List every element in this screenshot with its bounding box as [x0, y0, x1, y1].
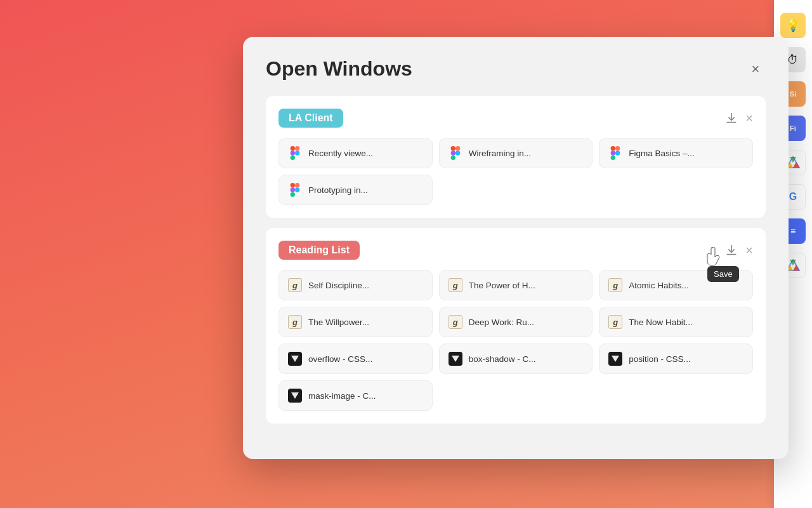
tab-title-willpower: The Willpower...	[308, 318, 423, 327]
csstricks-favicon	[608, 352, 622, 366]
css-tabs-row2: mask-image - C...	[278, 380, 753, 411]
reading-list-group: Reading List × Save	[266, 228, 766, 424]
svg-rect-16	[450, 156, 455, 160]
csstricks-favicon	[288, 352, 302, 366]
tab-willpower[interactable]: g The Willpower...	[278, 307, 433, 337]
tab-title-self-discipline: Self Discipline...	[308, 281, 423, 290]
tab-prototyping[interactable]: Prototyping in...	[278, 175, 433, 205]
goodreads-favicon: g	[449, 315, 462, 329]
tab-overflow[interactable]: overflow - CSS...	[278, 344, 433, 374]
tab-title-deep-work: Deep Work: Ru...	[469, 318, 584, 327]
tab-title-prototyping: Prototyping in...	[308, 185, 423, 195]
tab-recently-viewed[interactable]: Recently viewe...	[278, 138, 433, 168]
la-client-label: LA Client	[278, 109, 343, 128]
svg-rect-13	[450, 146, 455, 150]
tab-title-box-shadow: box-shadow - C...	[469, 354, 584, 364]
tab-title-now-habit: The Now Habit...	[629, 318, 743, 327]
svg-point-22	[615, 150, 620, 155]
la-client-header: LA Client ×	[278, 109, 753, 128]
svg-point-12	[295, 150, 299, 155]
tab-title-recently-viewed: Recently viewe...	[308, 149, 423, 158]
svg-rect-25	[291, 187, 295, 192]
goodreads-favicon: g	[608, 278, 622, 292]
tab-title-power-of-habit: The Power of H...	[469, 281, 584, 290]
tab-deep-work[interactable]: g Deep Work: Ru...	[439, 307, 593, 337]
goodreads-favicon: g	[449, 278, 462, 292]
la-client-actions: ×	[725, 111, 753, 126]
figma-favicon	[288, 183, 302, 197]
tab-power-of-habit[interactable]: g The Power of H...	[439, 270, 593, 300]
tab-now-habit[interactable]: g The Now Habit...	[599, 307, 753, 337]
tab-title-position: position - CSS...	[629, 354, 743, 364]
tab-atomic-habits[interactable]: g Atomic Habits...	[599, 270, 753, 300]
svg-rect-14	[455, 146, 460, 150]
svg-point-17	[455, 150, 460, 155]
reading-list-close-button[interactable]: ×	[745, 243, 753, 258]
goodreads-favicon: g	[288, 315, 302, 329]
tab-title-mask-image: mask-image - C...	[308, 391, 423, 401]
dialog-close-button[interactable]: ×	[745, 59, 766, 79]
svg-marker-7	[793, 265, 799, 271]
tab-mask-image[interactable]: mask-image - C...	[278, 380, 433, 411]
reading-list-label: Reading List	[278, 241, 360, 260]
svg-rect-19	[615, 146, 620, 150]
svg-rect-11	[291, 156, 295, 160]
tab-wireframing[interactable]: Wireframing in...	[439, 138, 593, 168]
reading-list-header: Reading List ×	[278, 241, 753, 260]
reading-list-actions: ×	[725, 243, 753, 258]
svg-rect-26	[291, 192, 295, 197]
figma-favicon	[449, 146, 462, 160]
tab-figma-basics[interactable]: Figma Basics –...	[599, 138, 753, 168]
csstricks-favicon	[449, 352, 462, 366]
tab-position[interactable]: position - CSS...	[599, 344, 753, 374]
figma-favicon	[608, 146, 622, 160]
svg-rect-9	[295, 146, 299, 150]
tab-title-atomic-habits: Atomic Habits...	[629, 281, 743, 290]
rp-idea-icon[interactable]: 💡	[780, 13, 806, 38]
goodreads-favicon: g	[608, 315, 622, 329]
tab-title-wireframing: Wireframing in...	[469, 149, 584, 158]
la-client-tabs: Recently viewe... Wireframing in...	[278, 138, 753, 205]
goodreads-favicon: g	[288, 278, 302, 292]
reading-list-tabs: g Self Discipline... g The Power of H...…	[278, 270, 753, 337]
svg-rect-21	[611, 156, 615, 160]
figma-favicon	[288, 146, 302, 160]
svg-rect-8	[291, 146, 295, 150]
svg-rect-10	[291, 150, 295, 155]
svg-rect-23	[291, 183, 295, 187]
dialog-title: Open Windows	[266, 57, 412, 81]
csstricks-favicon	[288, 389, 302, 403]
svg-rect-18	[611, 146, 615, 150]
css-tabs-row1: overflow - CSS... box-shadow - C...	[278, 344, 753, 374]
svg-rect-15	[450, 150, 455, 155]
svg-rect-24	[295, 183, 299, 187]
reading-list-download-button[interactable]	[725, 244, 738, 257]
tab-box-shadow[interactable]: box-shadow - C...	[439, 344, 593, 374]
svg-rect-20	[611, 150, 615, 155]
la-client-download-button[interactable]	[725, 112, 738, 124]
svg-marker-3	[793, 162, 799, 168]
tab-self-discipline[interactable]: g Self Discipline...	[278, 270, 433, 300]
svg-point-27	[295, 187, 299, 192]
tab-title-overflow: overflow - CSS...	[308, 354, 423, 364]
la-client-group: LA Client ×	[266, 96, 766, 218]
tab-title-figma-basics: Figma Basics –...	[629, 149, 743, 158]
open-windows-dialog: Open Windows × LA Client ×	[243, 37, 789, 459]
dialog-header: Open Windows ×	[266, 57, 766, 81]
la-client-close-button[interactable]: ×	[745, 111, 753, 126]
